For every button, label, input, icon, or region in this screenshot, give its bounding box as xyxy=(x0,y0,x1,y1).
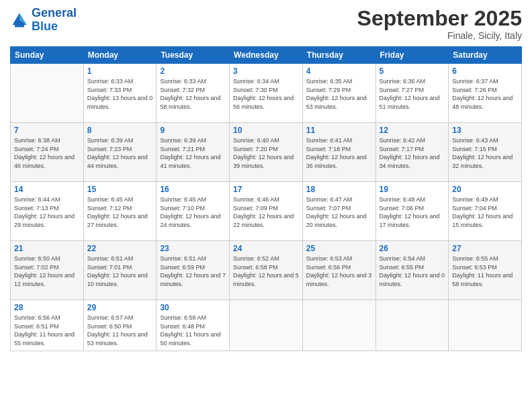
calendar-cell: 29 Sunrise: 6:57 AM Sunset: 6:50 PM Dayl… xyxy=(83,300,157,351)
calendar-week-row: 28 Sunrise: 6:56 AM Sunset: 6:51 PM Dayl… xyxy=(11,300,522,351)
header: General Blue September 2025 Finale, Sici… xyxy=(10,7,522,41)
day-number: 23 xyxy=(160,244,226,253)
calendar-cell: 27 Sunrise: 6:55 AM Sunset: 6:53 PM Dayl… xyxy=(449,241,522,300)
calendar-cell xyxy=(375,300,449,351)
header-day: Sunday xyxy=(11,47,84,64)
day-number: 21 xyxy=(14,244,80,253)
day-number: 17 xyxy=(233,185,299,194)
calendar-cell: 9 Sunrise: 6:39 AM Sunset: 7:21 PM Dayli… xyxy=(157,123,230,182)
calendar-cell: 26 Sunrise: 6:54 AM Sunset: 6:55 PM Dayl… xyxy=(375,241,449,300)
svg-rect-2 xyxy=(15,25,24,28)
day-number: 10 xyxy=(233,126,299,135)
day-number: 6 xyxy=(452,66,518,76)
day-number: 4 xyxy=(306,66,372,76)
day-number: 28 xyxy=(14,303,80,312)
calendar-cell: 8 Sunrise: 6:39 AM Sunset: 7:23 PM Dayli… xyxy=(83,123,157,182)
calendar-cell: 2 Sunrise: 6:33 AM Sunset: 7:32 PM Dayli… xyxy=(157,64,230,123)
header-day: Saturday xyxy=(449,47,522,64)
day-info: Sunrise: 6:53 AM Sunset: 6:56 PM Dayligh… xyxy=(306,255,372,288)
day-info: Sunrise: 6:55 AM Sunset: 6:53 PM Dayligh… xyxy=(452,255,518,288)
calendar-cell: 23 Sunrise: 6:51 AM Sunset: 6:59 PM Dayl… xyxy=(157,241,230,300)
day-info: Sunrise: 6:42 AM Sunset: 7:17 PM Dayligh… xyxy=(380,136,445,170)
page: General Blue September 2025 Finale, Sici… xyxy=(0,0,532,411)
calendar-week-row: 21 Sunrise: 6:50 AM Sunset: 7:02 PM Dayl… xyxy=(11,241,522,300)
calendar-cell: 10 Sunrise: 6:40 AM Sunset: 7:20 PM Dayl… xyxy=(230,123,303,182)
day-info: Sunrise: 6:40 AM Sunset: 7:20 PM Dayligh… xyxy=(233,136,299,170)
calendar-cell: 21 Sunrise: 6:50 AM Sunset: 7:02 PM Dayl… xyxy=(11,241,84,300)
day-number: 5 xyxy=(380,66,445,76)
calendar-cell: 17 Sunrise: 6:46 AM Sunset: 7:09 PM Dayl… xyxy=(230,182,303,241)
calendar-cell: 11 Sunrise: 6:41 AM Sunset: 7:18 PM Dayl… xyxy=(302,123,375,182)
day-info: Sunrise: 6:43 AM Sunset: 7:15 PM Dayligh… xyxy=(452,136,518,170)
calendar-cell xyxy=(11,64,84,123)
calendar-cell: 7 Sunrise: 6:38 AM Sunset: 7:24 PM Dayli… xyxy=(11,123,84,182)
calendar-cell: 14 Sunrise: 6:44 AM Sunset: 7:13 PM Dayl… xyxy=(11,182,84,241)
header-day: Monday xyxy=(83,47,157,64)
calendar-cell: 3 Sunrise: 6:34 AM Sunset: 7:30 PM Dayli… xyxy=(230,64,303,123)
logo-text: General Blue xyxy=(32,7,77,34)
day-number: 7 xyxy=(14,126,80,135)
calendar-cell: 15 Sunrise: 6:45 AM Sunset: 7:12 PM Dayl… xyxy=(83,182,157,241)
day-number: 12 xyxy=(380,126,445,135)
calendar-cell: 1 Sunrise: 6:33 AM Sunset: 7:33 PM Dayli… xyxy=(83,64,157,123)
logo-icon xyxy=(10,11,29,30)
calendar-cell: 5 Sunrise: 6:36 AM Sunset: 7:27 PM Dayli… xyxy=(375,64,449,123)
day-number: 22 xyxy=(87,244,153,253)
day-number: 18 xyxy=(306,185,372,194)
day-info: Sunrise: 6:47 AM Sunset: 7:07 PM Dayligh… xyxy=(306,195,372,229)
location: Finale, Sicily, Italy xyxy=(357,30,522,41)
day-info: Sunrise: 6:54 AM Sunset: 6:55 PM Dayligh… xyxy=(380,255,445,288)
day-number: 15 xyxy=(87,185,153,194)
day-number: 1 xyxy=(87,66,153,76)
day-info: Sunrise: 6:52 AM Sunset: 6:58 PM Dayligh… xyxy=(233,255,299,288)
calendar-cell: 16 Sunrise: 6:45 AM Sunset: 7:10 PM Dayl… xyxy=(157,182,230,241)
day-info: Sunrise: 6:48 AM Sunset: 7:06 PM Dayligh… xyxy=(380,195,445,229)
day-info: Sunrise: 6:51 AM Sunset: 6:59 PM Dayligh… xyxy=(160,255,226,288)
header-day: Tuesday xyxy=(157,47,230,64)
day-info: Sunrise: 6:45 AM Sunset: 7:10 PM Dayligh… xyxy=(160,195,226,229)
day-info: Sunrise: 6:58 AM Sunset: 6:48 PM Dayligh… xyxy=(160,314,226,347)
day-info: Sunrise: 6:41 AM Sunset: 7:18 PM Dayligh… xyxy=(306,136,372,170)
calendar-cell: 22 Sunrise: 6:51 AM Sunset: 7:01 PM Dayl… xyxy=(83,241,157,300)
day-number: 27 xyxy=(452,244,518,253)
header-day: Friday xyxy=(375,47,449,64)
day-number: 25 xyxy=(306,244,372,253)
day-info: Sunrise: 6:50 AM Sunset: 7:02 PM Dayligh… xyxy=(14,255,80,288)
day-info: Sunrise: 6:57 AM Sunset: 6:50 PM Dayligh… xyxy=(87,314,153,347)
calendar-cell: 24 Sunrise: 6:52 AM Sunset: 6:58 PM Dayl… xyxy=(230,241,303,300)
day-info: Sunrise: 6:35 AM Sunset: 7:29 PM Dayligh… xyxy=(306,77,372,111)
day-info: Sunrise: 6:37 AM Sunset: 7:26 PM Dayligh… xyxy=(452,77,518,111)
day-info: Sunrise: 6:44 AM Sunset: 7:13 PM Dayligh… xyxy=(14,195,80,229)
day-number: 19 xyxy=(380,185,445,194)
month-title: September 2025 xyxy=(357,7,522,30)
day-number: 13 xyxy=(452,126,518,135)
logo: General Blue xyxy=(10,7,77,34)
day-info: Sunrise: 6:45 AM Sunset: 7:12 PM Dayligh… xyxy=(87,195,153,229)
day-info: Sunrise: 6:33 AM Sunset: 7:32 PM Dayligh… xyxy=(160,77,226,111)
day-number: 24 xyxy=(233,244,299,253)
day-info: Sunrise: 6:56 AM Sunset: 6:51 PM Dayligh… xyxy=(14,314,80,347)
day-number: 3 xyxy=(233,66,299,76)
calendar-cell: 12 Sunrise: 6:42 AM Sunset: 7:17 PM Dayl… xyxy=(375,123,449,182)
calendar-cell: 28 Sunrise: 6:56 AM Sunset: 6:51 PM Dayl… xyxy=(11,300,84,351)
calendar-cell: 25 Sunrise: 6:53 AM Sunset: 6:56 PM Dayl… xyxy=(302,241,375,300)
day-number: 11 xyxy=(306,126,372,135)
day-number: 8 xyxy=(87,126,153,135)
day-info: Sunrise: 6:33 AM Sunset: 7:33 PM Dayligh… xyxy=(87,77,153,111)
day-info: Sunrise: 6:39 AM Sunset: 7:21 PM Dayligh… xyxy=(160,136,226,170)
calendar-cell: 13 Sunrise: 6:43 AM Sunset: 7:15 PM Dayl… xyxy=(449,123,522,182)
title-block: September 2025 Finale, Sicily, Italy xyxy=(357,7,522,41)
day-number: 14 xyxy=(14,185,80,194)
calendar-cell: 18 Sunrise: 6:47 AM Sunset: 7:07 PM Dayl… xyxy=(302,182,375,241)
day-number: 20 xyxy=(452,185,518,194)
calendar-cell: 6 Sunrise: 6:37 AM Sunset: 7:26 PM Dayli… xyxy=(449,64,522,123)
day-number: 30 xyxy=(160,303,226,312)
calendar-cell xyxy=(230,300,303,351)
day-number: 26 xyxy=(380,244,445,253)
day-info: Sunrise: 6:46 AM Sunset: 7:09 PM Dayligh… xyxy=(233,195,299,229)
day-info: Sunrise: 6:36 AM Sunset: 7:27 PM Dayligh… xyxy=(380,77,445,111)
calendar-week-row: 7 Sunrise: 6:38 AM Sunset: 7:24 PM Dayli… xyxy=(11,123,522,182)
calendar-cell: 30 Sunrise: 6:58 AM Sunset: 6:48 PM Dayl… xyxy=(157,300,230,351)
day-info: Sunrise: 6:38 AM Sunset: 7:24 PM Dayligh… xyxy=(14,136,80,170)
day-info: Sunrise: 6:34 AM Sunset: 7:30 PM Dayligh… xyxy=(233,77,299,111)
